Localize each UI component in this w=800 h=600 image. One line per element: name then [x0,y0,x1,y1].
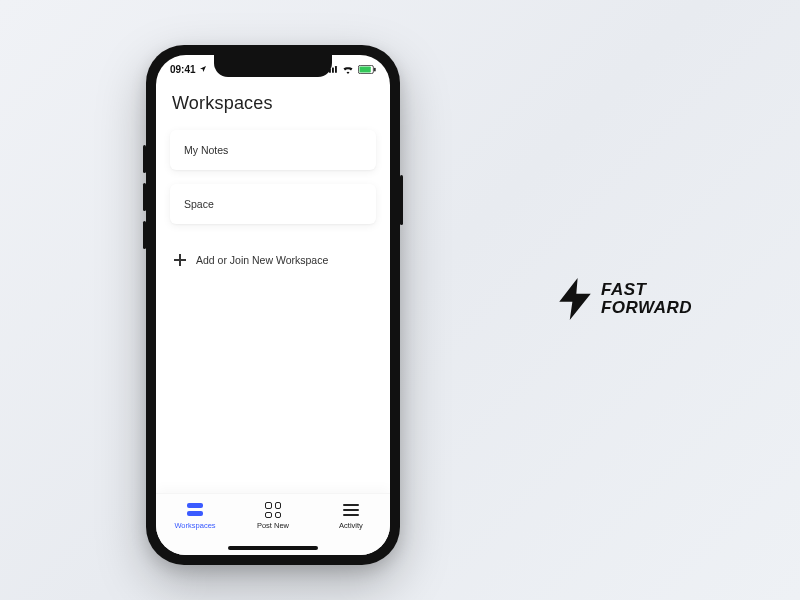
tab-activity[interactable]: Activity [316,502,386,530]
phone-notch [214,55,332,77]
workspace-card[interactable]: Space [170,184,376,224]
workspace-card[interactable]: My Notes [170,130,376,170]
brand-logo: FAST FORWARD [559,278,692,320]
brand-text: FAST FORWARD [601,281,692,317]
phone-frame: 09:41 Workspaces My Not [146,45,400,565]
svg-rect-2 [332,68,334,73]
phone-screen: 09:41 Workspaces My Not [156,55,390,555]
workspaces-icon [187,503,203,517]
workspace-card-label: My Notes [184,144,228,156]
tab-label: Post New [257,521,289,530]
page-title: Workspaces [172,93,376,114]
add-workspace-label: Add or Join New Workspace [196,254,328,266]
tab-label: Activity [339,521,363,530]
svg-rect-3 [335,66,337,73]
status-bar-left: 09:41 [170,64,207,75]
plus-icon [174,254,186,266]
svg-marker-7 [559,278,591,320]
brand-line-1: FAST [601,281,692,299]
status-time: 09:41 [170,64,196,75]
battery-icon [358,65,376,74]
tab-workspaces[interactable]: Workspaces [160,502,230,530]
status-bar-right [326,65,376,74]
grid-icon [265,502,281,518]
workspace-card-label: Space [184,198,214,210]
home-indicator [228,546,318,550]
lightning-bolt-icon [559,278,591,320]
hamburger-icon [343,504,359,516]
svg-rect-6 [374,67,376,71]
brand-line-2: FORWARD [601,299,692,317]
tab-label: Workspaces [174,521,215,530]
svg-rect-5 [360,66,371,72]
location-arrow-icon [199,65,207,73]
wifi-icon [342,65,354,74]
tab-post-new[interactable]: Post New [238,502,308,530]
add-workspace-button[interactable]: Add or Join New Workspace [170,242,376,278]
screen-content: Workspaces My Notes Space Add or Join Ne… [156,83,390,493]
